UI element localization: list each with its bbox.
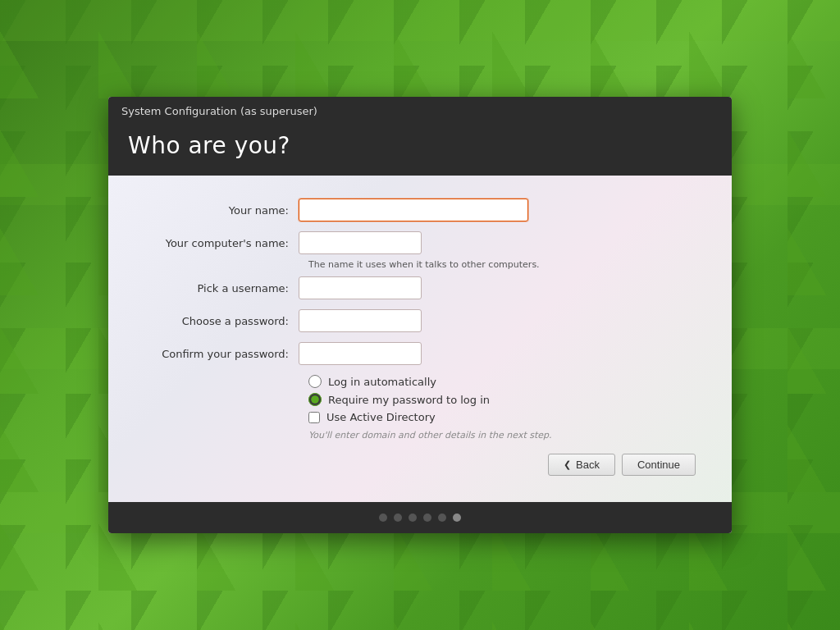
- active-directory-checkbox[interactable]: [308, 412, 320, 423]
- require-password-radio[interactable]: [308, 393, 322, 406]
- login-auto-radio[interactable]: [308, 375, 322, 388]
- password-label: Choose a password:: [135, 315, 299, 327]
- window-header: Who are you?: [108, 126, 732, 176]
- button-row: ❮ Back Continue: [135, 441, 705, 486]
- continue-button[interactable]: Continue: [622, 454, 696, 476]
- confirm-password-input[interactable]: [299, 342, 422, 365]
- computer-name-input[interactable]: [299, 231, 422, 254]
- require-password-label[interactable]: Require my password to log in: [328, 394, 490, 406]
- confirm-password-row: Confirm your password:: [135, 342, 705, 365]
- active-directory-row: Use Active Directory: [308, 411, 705, 423]
- progress-dot-5: [438, 514, 446, 522]
- computer-name-label: Your computer's name:: [135, 237, 299, 249]
- active-directory-hint: You'll enter domain and other details in…: [308, 430, 705, 441]
- progress-dot-1: [379, 514, 387, 522]
- progress-dot-4: [423, 514, 431, 522]
- computer-name-row: Your computer's name:: [135, 231, 705, 254]
- back-button[interactable]: ❮ Back: [548, 454, 615, 476]
- titlebar: System Configuration (as superuser): [108, 97, 732, 126]
- back-arrow-icon: ❮: [564, 459, 571, 470]
- back-label: Back: [576, 459, 600, 471]
- confirm-password-label: Confirm your password:: [135, 348, 299, 360]
- window-body: Your name: Your computer's name: The nam…: [108, 176, 732, 502]
- window-footer: [108, 502, 732, 533]
- titlebar-text: System Configuration (as superuser): [121, 105, 317, 117]
- username-label: Pick a username:: [135, 282, 299, 294]
- continue-label: Continue: [637, 459, 680, 471]
- login-auto-row: Log in automatically: [308, 375, 705, 388]
- username-input[interactable]: [299, 276, 422, 299]
- progress-dot-6: [453, 514, 461, 522]
- your-name-input[interactable]: [299, 199, 528, 221]
- password-input[interactable]: [299, 309, 422, 332]
- your-name-label: Your name:: [135, 204, 299, 217]
- login-auto-label[interactable]: Log in automatically: [328, 376, 436, 388]
- require-password-row: Require my password to log in: [308, 393, 705, 406]
- username-row: Pick a username:: [135, 276, 705, 299]
- progress-dot-3: [409, 514, 417, 522]
- computer-name-hint: The name it uses when it talks to other …: [308, 259, 705, 270]
- login-options: Log in automatically Require my password…: [308, 375, 705, 423]
- your-name-row: Your name:: [135, 199, 705, 221]
- installer-window: System Configuration (as superuser) Who …: [108, 97, 732, 533]
- active-directory-label[interactable]: Use Active Directory: [326, 411, 436, 423]
- page-title: Who are you?: [128, 132, 712, 159]
- progress-dot-2: [394, 514, 402, 522]
- password-row: Choose a password:: [135, 309, 705, 332]
